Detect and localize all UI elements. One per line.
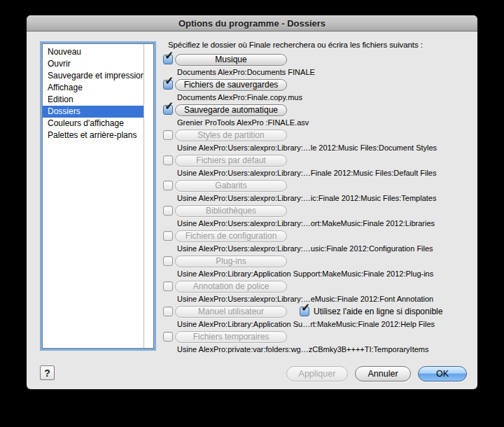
music-folder-button[interactable]: Musique — [175, 54, 287, 66]
plug-ins-folder-path: Usine AlexPro:Library:Application Suppor… — [177, 269, 475, 279]
cancel-button[interactable]: Annuler — [355, 366, 411, 382]
row-document-styles: Styles de partition Usine AlexPro:Users:… — [162, 129, 475, 154]
font-annotation-folder-button: Annotation de police — [175, 281, 287, 293]
window-title: Options du programme - Dossiers — [178, 18, 326, 29]
libraries-folder-path: Usine AlexPro:Users:alexpro:Library:…ort… — [177, 218, 475, 228]
row-configuration-files: Fichiers de configuration Usine AlexPro:… — [162, 230, 475, 255]
temporary-files-folder-path: Usine AlexPro:private:var:folders:wg…zCB… — [177, 344, 475, 354]
templates-folder-button: Gabarits — [175, 180, 287, 192]
row-user-manual: Manuel utilisateur Utilisez l'aide en li… — [162, 305, 475, 330]
row-libraries: Bibliothèques Usine AlexPro:Users:alexpr… — [162, 204, 475, 230]
configuration-files-checkbox[interactable] — [163, 231, 173, 241]
row-default-files: Fichiers par défaut Usine AlexPro:Users:… — [162, 154, 475, 179]
row-music: Musique Documents AlexPro:Documents FINA… — [162, 53, 475, 78]
sidebar-item-nouveau[interactable]: Nouveau — [43, 46, 144, 58]
apply-button: Appliquer — [286, 366, 348, 382]
backup-files-checkbox[interactable] — [163, 80, 173, 90]
row-backup-files: Fichiers de sauvergardes Documents AlexP… — [162, 78, 475, 104]
font-annotation-checkbox[interactable] — [163, 281, 173, 291]
sidebar-item-sauvegarde-et-impression[interactable]: Sauvegarde et impression — [43, 70, 144, 82]
sidebar-item-couleurs-affichage[interactable]: Couleurs d'affichage — [43, 118, 144, 130]
document-styles-folder-path: Usine AlexPro:Users:alexpro:Library:…le … — [177, 143, 475, 153]
default-files-folder-button: Fichiers par défaut — [175, 155, 287, 167]
user-manual-folder-path: Usine AlexPro:Library:Application Su…rt:… — [177, 319, 475, 329]
options-category-list: Nouveau Ouvrir Sauvegarde et impression … — [42, 43, 154, 349]
plug-ins-checkbox[interactable] — [163, 256, 173, 266]
row-font-annotation: Annotation de police Usine AlexPro:Users… — [162, 280, 475, 305]
temporary-files-folder-button: Fichiers temporaires — [175, 331, 287, 343]
user-manual-checkbox[interactable] — [163, 307, 173, 316]
footer-buttons: Appliquer Annuler OK — [286, 366, 467, 382]
row-templates: Gabarits Usine AlexPro:Users:alexpro:Lib… — [162, 179, 475, 204]
default-files-checkbox[interactable] — [163, 155, 173, 165]
templates-checkbox[interactable] — [163, 181, 173, 190]
templates-folder-path: Usine AlexPro:Users:alexpro:Library:…ic:… — [177, 193, 475, 203]
music-checkbox[interactable] — [163, 55, 173, 64]
list-scrollbar-track — [144, 44, 144, 348]
configuration-files-folder-button: Fichiers de configuration — [175, 230, 287, 242]
row-plug-ins: Plug-ins Usine AlexPro:Library:Applicati… — [162, 255, 475, 280]
folder-rows: Musique Documents AlexPro:Documents FINA… — [162, 53, 475, 356]
default-files-folder-path: Usine AlexPro:Users:alexpro:Library:…Fin… — [177, 168, 475, 178]
program-options-dialog: Options du programme - Dossiers Nouveau … — [27, 15, 477, 389]
font-annotation-folder-path: Usine AlexPro:Users:alexpro:Library:…eMu… — [177, 294, 475, 304]
auto-save-folder-path: Grenier ProTools AlexPro :FINALE.asv — [177, 118, 475, 127]
sidebar-item-ouvrir[interactable]: Ouvrir — [43, 58, 144, 70]
libraries-folder-button: Bibliothèques — [175, 205, 287, 217]
row-temporary-files: Fichiers temporaires Usine AlexPro:priva… — [162, 330, 475, 356]
help-button[interactable]: ? — [40, 365, 55, 380]
sidebar-item-edition[interactable]: Edition — [43, 94, 144, 106]
sidebar-item-palettes-arriere-plans[interactable]: Palettes et arrière-plans — [43, 130, 144, 141]
libraries-checkbox[interactable] — [163, 206, 173, 216]
auto-save-folder-button[interactable]: Sauvegarde automatique — [175, 104, 287, 116]
row-auto-save: Sauvegarde automatique Grenier ProTools … — [162, 104, 475, 129]
configuration-files-folder-path: Usine AlexPro:Users:alexpro:Library:…usi… — [177, 244, 475, 253]
temporary-files-checkbox[interactable] — [163, 332, 173, 342]
title-bar[interactable]: Options du programme - Dossiers — [27, 15, 477, 31]
ok-button[interactable]: OK — [418, 366, 467, 382]
backup-files-folder-button[interactable]: Fichiers de sauvergardes — [175, 79, 287, 91]
sidebar-item-dossiers[interactable]: Dossiers — [43, 106, 144, 118]
folders-instruction-text: Spécifiez le dossier où Finale recherche… — [168, 41, 423, 49]
online-help-checkbox[interactable] — [300, 307, 309, 316]
plug-ins-folder-button: Plug-ins — [175, 255, 287, 267]
sidebar-item-affichage[interactable]: Affichage — [43, 82, 144, 94]
user-manual-folder-button: Manuel utilisateur — [175, 306, 287, 318]
document-styles-folder-button: Styles de partition — [175, 130, 287, 141]
document-styles-checkbox[interactable] — [163, 130, 173, 140]
online-help-label: Utilisez l'aide en ligne si disponible — [314, 307, 442, 316]
auto-save-checkbox[interactable] — [163, 105, 173, 115]
backup-files-folder-path: Documents AlexPro:Finale.copy.mus — [177, 92, 475, 102]
music-folder-path: Documents AlexPro:Documents FINALE — [177, 67, 475, 77]
